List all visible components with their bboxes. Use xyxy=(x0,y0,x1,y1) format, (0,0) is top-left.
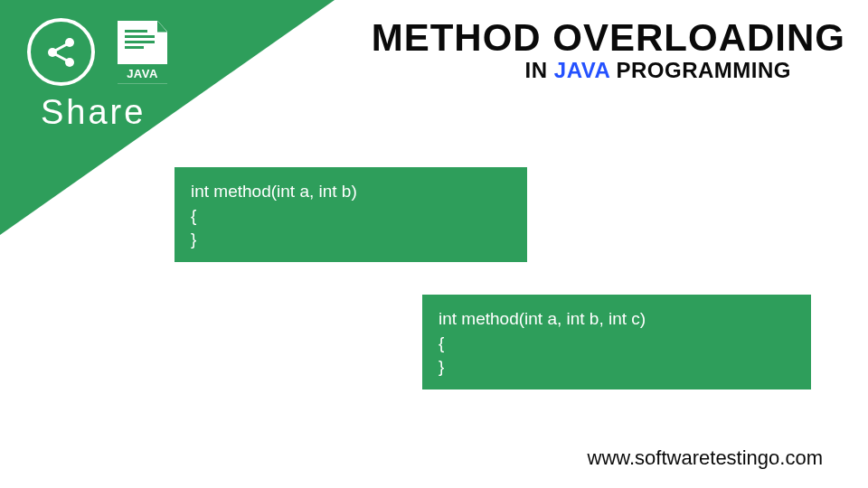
code-line: } xyxy=(439,355,793,380)
page-subtitle: IN JAVA PROGRAMMING xyxy=(471,58,845,83)
page-title: METHOD OVERLOADING xyxy=(372,16,845,60)
share-label: Share xyxy=(41,93,146,132)
code-line: int method(int a, int b, int c) xyxy=(439,307,793,332)
share-section: JAVA Share xyxy=(27,18,167,132)
code-example-2: int method(int a, int b, int c) { } xyxy=(422,295,811,389)
svg-line-3 xyxy=(55,44,67,51)
code-line: { xyxy=(439,332,793,356)
subtitle-suffix: PROGRAMMING xyxy=(609,58,791,82)
svg-line-4 xyxy=(55,54,67,61)
header: METHOD OVERLOADING IN JAVA PROGRAMMING xyxy=(372,16,845,83)
share-icon xyxy=(27,18,95,86)
subtitle-java: JAVA xyxy=(554,58,610,82)
footer-url: www.softwaretestingo.com xyxy=(588,446,823,470)
subtitle-prefix: IN xyxy=(525,58,554,82)
java-badge-text: JAVA xyxy=(127,67,158,80)
java-file-icon: JAVA xyxy=(118,21,167,84)
icon-row: JAVA xyxy=(27,18,167,86)
